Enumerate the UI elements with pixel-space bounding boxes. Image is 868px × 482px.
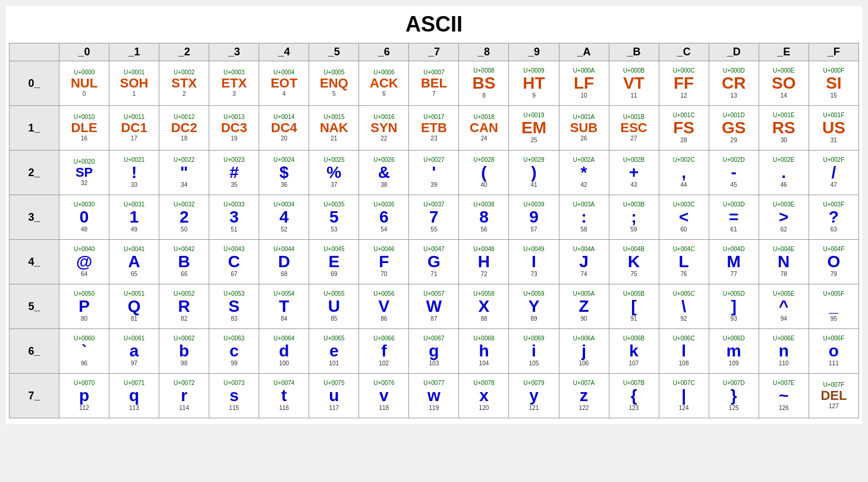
char-label: y (529, 387, 539, 405)
decimal-label: 67 (231, 271, 237, 278)
char-label: ETX (221, 76, 247, 90)
decimal-label: 45 (731, 181, 737, 189)
unicode-label: U+0036 (373, 201, 394, 208)
decimal-label: 84 (281, 315, 287, 323)
decimal-label: 100 (279, 360, 289, 367)
unicode-label: U+0022 (174, 157, 194, 164)
decimal-label: 19 (231, 135, 237, 142)
decimal-label: 64 (81, 271, 87, 278)
unicode-label: U+0064 (273, 335, 294, 342)
char-label: E (328, 253, 339, 271)
char-label: s (229, 387, 239, 405)
col-header-6: _6 (359, 43, 409, 61)
unicode-label: U+000A (573, 67, 595, 74)
char-label: DLE (71, 121, 98, 135)
char-label: 6 (379, 208, 389, 227)
char-label: r (181, 387, 187, 405)
char-label: 8 (479, 208, 489, 227)
char-label: h (479, 342, 489, 361)
unicode-label: U+0059 (523, 290, 544, 298)
decimal-label: 61 (731, 226, 737, 233)
char-label: BEL (421, 76, 447, 90)
table-cell: U+004CL76 (659, 240, 709, 284)
char-label: ETB (421, 121, 447, 135)
char-label: / (831, 164, 836, 182)
row-header-4: 4_ (10, 240, 59, 284)
char-label: ESC (620, 121, 647, 135)
table-cell: U+0068h104 (459, 329, 509, 374)
char-label: SP (76, 165, 93, 180)
unicode-label: U+0027 (423, 157, 444, 164)
char-label: ] (731, 298, 737, 316)
unicode-label: U+001E (773, 112, 794, 119)
decimal-label: 90 (580, 315, 587, 323)
table-cell: U+0048H72 (459, 240, 509, 284)
table-cell: U+0001SOH1 (109, 61, 159, 106)
char-label: 2 (180, 208, 189, 227)
char-label: ' (432, 164, 436, 182)
unicode-label: U+003E (773, 201, 794, 208)
char-label: A (128, 253, 140, 271)
table-cell: U+005B[91 (609, 284, 659, 329)
unicode-label: U+0055 (323, 290, 344, 298)
decimal-label: 13 (731, 92, 737, 99)
decimal-label: 119 (429, 405, 439, 412)
char-label: \ (681, 298, 686, 316)
unicode-label: U+0057 (423, 290, 444, 298)
decimal-label: 88 (480, 315, 487, 323)
decimal-label: 28 (681, 137, 687, 144)
table-cell: U+0028(40 (459, 151, 509, 195)
table-cell: U+0062b98 (159, 329, 209, 374)
decimal-label: 75 (631, 271, 637, 278)
decimal-label: 35 (231, 181, 237, 189)
unicode-label: U+004D (723, 246, 745, 253)
unicode-label: U+0023 (224, 157, 244, 164)
decimal-label: 72 (480, 271, 487, 278)
decimal-label: 7 (432, 90, 436, 98)
table-cell: U+0039957 (509, 195, 559, 240)
col-header-4: _4 (259, 43, 309, 61)
decimal-label: 82 (181, 315, 187, 323)
table-cell: U+001CFS28 (659, 106, 709, 151)
char-label: 3 (229, 208, 239, 227)
decimal-label: 2 (183, 90, 186, 98)
decimal-label: 43 (631, 181, 637, 189)
table-cell: U+005AZ90 (559, 284, 609, 329)
char-label: l (681, 342, 686, 361)
decimal-label: 110 (779, 360, 789, 367)
decimal-label: 27 (631, 135, 637, 142)
char-label: - (731, 164, 737, 182)
table-cell: U+0075u117 (309, 374, 359, 418)
char-label: Q (128, 298, 141, 316)
decimal-label: 18 (181, 135, 187, 142)
char-label: " (180, 164, 188, 182)
char-label: EOT (271, 76, 297, 90)
char-label: DEL (820, 389, 847, 403)
decimal-label: 79 (831, 271, 837, 278)
decimal-label: 11 (631, 92, 637, 99)
char-label: @ (76, 253, 92, 271)
char-label: b (179, 342, 189, 361)
table-cell: U+003A:58 (559, 195, 609, 240)
unicode-label: U+0077 (423, 380, 444, 387)
table-cell: U+0024$36 (259, 151, 309, 195)
decimal-label: 70 (380, 271, 387, 278)
unicode-label: U+007E (773, 380, 794, 387)
table-cell: U+000FSI15 (809, 61, 858, 106)
decimal-label: 33 (131, 181, 137, 189)
char-label: U (328, 298, 340, 316)
decimal-label: 117 (329, 405, 339, 412)
table-cell: U+007Az122 (559, 374, 609, 418)
table-cell: U+0019EM25 (509, 106, 559, 151)
char-label: L (679, 253, 689, 271)
char-label: v (379, 387, 389, 405)
char-label: F (379, 253, 389, 271)
decimal-label: 86 (380, 315, 387, 323)
char-label: HT (523, 74, 545, 93)
unicode-label: U+0073 (224, 380, 244, 387)
decimal-label: 39 (430, 181, 437, 189)
unicode-label: U+0079 (523, 380, 544, 387)
char-label: + (629, 164, 639, 182)
char-label: US (822, 119, 845, 137)
table-cell: U+002E.46 (759, 151, 809, 195)
